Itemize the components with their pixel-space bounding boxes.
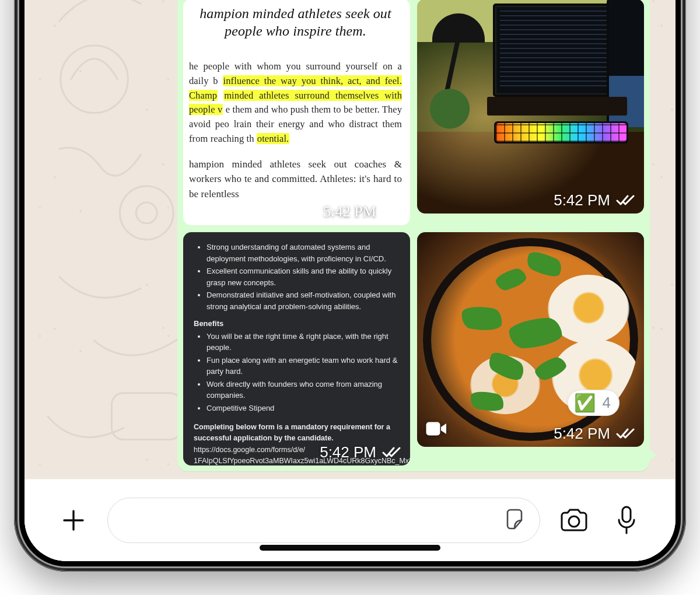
leaf-icon <box>508 317 563 350</box>
benefits-heading: Benefits <box>194 318 400 330</box>
mic-icon <box>615 505 638 536</box>
tile-timestamp: 5:42 PM <box>323 204 376 219</box>
sticker-icon <box>503 506 529 532</box>
home-indicator[interactable] <box>260 545 440 551</box>
leaf-icon <box>524 248 565 281</box>
list-item: Competitive Stipend <box>206 402 400 414</box>
reaction-emoji: ✅ <box>574 394 596 412</box>
plus-icon <box>60 506 88 534</box>
list-item: You will be at the right time & right pl… <box>206 331 400 354</box>
camera-icon <box>557 506 591 534</box>
message-input-container[interactable] <box>107 498 540 543</box>
media-tile-job[interactable]: Strong understanding of automated system… <box>183 232 410 466</box>
media-tile-book[interactable]: hampion minded athletes seek out people … <box>183 0 410 225</box>
message-input[interactable] <box>121 512 527 528</box>
reaction-count: 4 <box>603 394 611 412</box>
leaf-icon <box>460 304 504 333</box>
svg-rect-6 <box>426 422 440 436</box>
media-tile-desk[interactable]: 5:42 PM <box>417 0 644 214</box>
mic-button[interactable] <box>608 502 645 539</box>
keyboard-icon <box>494 121 628 144</box>
lamp-icon <box>432 13 485 43</box>
list-item: Excellent communication skills and the a… <box>206 265 400 288</box>
leaf-icon <box>494 266 528 292</box>
tile-timestamp: 5:42 PM <box>554 192 610 208</box>
read-ticks-icon <box>616 427 636 440</box>
read-ticks-icon <box>382 446 402 459</box>
book-paragraph-2: hampion minded athletes seek out coaches… <box>189 157 402 202</box>
phone-screen: hampion minded athletes seek out people … <box>24 0 676 561</box>
attach-button[interactable] <box>55 502 92 539</box>
svg-point-7 <box>569 516 579 527</box>
job-benefits-list: You will be at the right time & right pl… <box>194 331 400 414</box>
camera-button[interactable] <box>555 502 593 539</box>
read-ticks-icon <box>382 205 402 218</box>
job-requirements-list: Strong understanding of automated system… <box>194 242 400 312</box>
book-paragraph: he people with whom you surround yoursel… <box>189 60 402 146</box>
read-ticks-icon <box>616 194 636 206</box>
chat-scroll[interactable]: hampion minded athletes seek out people … <box>24 0 676 561</box>
reaction-pill[interactable]: ✅ 4 <box>568 390 620 416</box>
svg-rect-8 <box>622 507 631 522</box>
book-title: hampion minded athletes seek out people … <box>189 5 402 40</box>
list-item: Work directly with founders who come fro… <box>206 379 400 401</box>
list-item: Fun place along with an energetic team w… <box>206 355 400 377</box>
list-item: Demonstrated initiative and self-motivat… <box>206 289 400 312</box>
list-item: Strong understanding of automated system… <box>206 242 400 264</box>
plant-icon <box>422 86 478 142</box>
tile-timestamp: 5:42 PM <box>554 426 610 441</box>
viewport: hampion minded athletes seek out people … <box>0 0 700 595</box>
bubble-tail-icon <box>649 449 657 461</box>
tile-timestamp: 5:42 PM <box>320 444 376 460</box>
video-icon <box>425 420 447 440</box>
phone-frame: hampion minded athletes seek out people … <box>14 0 686 572</box>
sticker-button[interactable] <box>503 506 529 534</box>
